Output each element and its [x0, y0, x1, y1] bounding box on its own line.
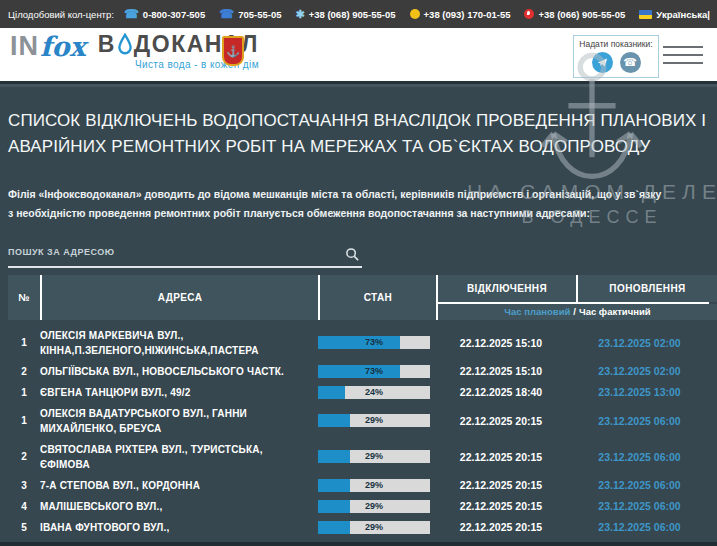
header-off: ВІДКЛЮЧЕННЯ: [438, 275, 576, 302]
progress-bar: 24%: [318, 386, 430, 399]
row-off-time: 22.12.2025 15:10: [432, 337, 570, 349]
progress-label: 73%: [318, 365, 430, 378]
kyivstar-icon: ✱: [295, 8, 304, 21]
planned-time-label: Час плановий: [504, 306, 570, 317]
row-num: 1: [8, 415, 40, 426]
phone-lifecell[interactable]: +38 (093) 170-01-55: [410, 9, 511, 20]
progress-label: 29%: [318, 521, 430, 534]
row-on-time: 23.12.2025 06:00: [570, 521, 709, 533]
submit-readings-label: Надати показники:: [574, 39, 658, 49]
phone-hotline[interactable]: ☎ 0-800-307-505: [124, 7, 205, 21]
row-num: 1: [8, 387, 40, 398]
odessa-emblem: ⚓: [222, 36, 244, 66]
bottom-strip: [0, 542, 717, 546]
progress-label: 29%: [318, 450, 430, 463]
table-row: 1 ЄВГЕНА ТАНЦЮРИ ВУЛ., 49/2 24% 22.12.20…: [8, 382, 709, 403]
progress-bar: 29%: [318, 521, 430, 534]
progress-bar: 29%: [318, 450, 430, 463]
row-num: 5: [8, 522, 40, 533]
site-header: IN fox В ДОКАНАЛ Чиста вода - в кожен ді…: [0, 28, 717, 84]
row-address: ОЛЬГІЇВСЬКА ВУЛ., НОВОСЕЛЬСЬКОГО ЧАСТК.: [40, 364, 316, 379]
viber-icon[interactable]: ☎: [620, 52, 641, 73]
row-address: СВЯТОСЛАВА РІХТЕРА ВУЛ., ТУРИСТСЬКА, ЄФІ…: [40, 442, 316, 472]
header-time-note: Час плановий / Час фактичний: [438, 304, 717, 320]
row-address: ОЛЕКСІЯ ВАДАТУРСЬКОГО ВУЛ., ГАННИ МИХАЙЛ…: [40, 406, 316, 436]
ukraine-flag-icon: [639, 10, 652, 19]
phone-kyivstar[interactable]: ✱ +38 (068) 905-55-05: [295, 8, 395, 21]
topbar: Цілодобовий кол-центр: ☎ 0-800-307-505 ☎…: [0, 0, 717, 28]
page: Цілодобовий кол-центр: ☎ 0-800-307-505 ☎…: [0, 0, 717, 546]
table-row: 5 ІВАНА ФУНТОВОГО ВУЛ., 29% 22.12.2025 2…: [8, 517, 709, 538]
water-drop-icon: [117, 33, 133, 55]
lang-ukrainian[interactable]: Українська|: [639, 9, 710, 20]
table-row: 4 МАЛІШЕВСЬКОГО ВУЛ., 29% 22.12.2025 20:…: [8, 496, 709, 517]
row-address: ОЛЕКСІЯ МАРКЕВИЧА ВУЛ., КІННА,П.ЗЕЛЕНОГО…: [40, 328, 316, 358]
row-num: 1: [8, 337, 40, 348]
row-off-time: 22.12.2025 20:15: [432, 451, 570, 463]
progress-label: 24%: [318, 386, 430, 399]
row-off-time: 22.12.2025 20:15: [432, 521, 570, 533]
row-off-time: 22.12.2025 18:40: [432, 386, 570, 398]
row-address: МАЛІШЕВСЬКОГО ВУЛ.,: [40, 499, 316, 514]
row-on-time: 23.12.2025 02:00: [570, 337, 709, 349]
search-icon[interactable]: [345, 247, 360, 262]
phone-number: +38 (068) 905-55-05: [309, 9, 396, 20]
progress-bar: 73%: [318, 336, 430, 349]
lang-label: Українська|: [656, 9, 710, 20]
phone-number: +38 (066) 905-55-05: [538, 9, 625, 20]
language-switcher: Українська| English: [639, 9, 717, 20]
table-row: 2 СВЯТОСЛАВА РІХТЕРА ВУЛ., ТУРИСТСЬКА, Є…: [8, 439, 709, 475]
intro-paragraph: Філія «Інфоксводоканал» доводить до відо…: [8, 185, 668, 224]
row-num: 4: [8, 501, 40, 512]
header-address: АДРЕСА: [42, 275, 318, 320]
phone-vodafone[interactable]: +38 (066) 905-55-05: [524, 9, 625, 20]
phone-number: 705-55-05: [238, 9, 281, 20]
logo-infox-in: IN: [10, 31, 39, 62]
progress-label: 29%: [318, 414, 430, 427]
subheader-separator: /: [573, 306, 576, 317]
table-row: 2 ОЛЬГІЇВСЬКА ВУЛ., НОВОСЕЛЬСЬКОГО ЧАСТК…: [8, 361, 709, 382]
row-on-time: 23.12.2025 02:00: [570, 365, 709, 377]
submit-readings-box: Надати показники: ☎: [573, 35, 659, 78]
header-num: №: [8, 275, 40, 320]
progress-bar: 29%: [318, 500, 430, 513]
progress-label: 29%: [318, 500, 430, 513]
header-on: ПОНОВЛЕННЯ: [578, 275, 717, 302]
row-off-time: 22.12.2025 15:10: [432, 365, 570, 377]
row-num: 2: [8, 366, 40, 377]
row-num: 2: [8, 451, 40, 462]
page-title: СПИСОК ВІДКЛЮЧЕНЬ ВОДОПОСТАЧАННЯ ВНАСЛІД…: [8, 108, 709, 161]
logo-infox-fox: fox: [40, 31, 86, 62]
search-placeholder: ПОШУК ЗА АДРЕСОЮ: [8, 247, 115, 257]
row-on-time: 23.12.2025 06:00: [570, 451, 709, 463]
address-search-input[interactable]: ПОШУК ЗА АДРЕСОЮ: [8, 237, 362, 268]
table-header: № АДРЕСА СТАН ВІДКЛЮЧЕННЯ ПОНОВЛЕННЯ Час…: [8, 275, 709, 320]
header-state: СТАН: [320, 275, 436, 320]
table-rows: 1 ОЛЕКСІЯ МАРКЕВИЧА ВУЛ., КІННА,П.ЗЕЛЕНО…: [8, 325, 709, 538]
phone-alt-icon: ☎: [219, 7, 234, 21]
vodafone-icon: [524, 9, 534, 19]
row-address: ІВАНА ФУНТОВОГО ВУЛ.,: [40, 520, 316, 535]
main-content: СПИСОК ВІДКЛЮЧЕНЬ ВОДОПОСТАЧАННЯ ВНАСЛІД…: [0, 84, 717, 546]
phone-number: 0-800-307-505: [143, 9, 205, 20]
menu-icon[interactable]: [663, 46, 703, 70]
progress-label: 29%: [318, 479, 430, 492]
row-on-time: 23.12.2025 13:00: [570, 386, 709, 398]
row-off-time: 22.12.2025 20:15: [432, 479, 570, 491]
progress-bar: 73%: [318, 365, 430, 378]
progress-bar: 29%: [318, 414, 430, 427]
table-row: 1 ОЛЕКСІЯ ВАДАТУРСЬКОГО ВУЛ., ГАННИ МИХА…: [8, 403, 709, 439]
phone-city[interactable]: ☎ 705-55-05: [219, 7, 281, 21]
lifecell-icon: [410, 9, 420, 19]
row-on-time: 23.12.2025 06:00: [570, 415, 709, 427]
row-on-time: 23.12.2025 06:00: [570, 500, 709, 512]
telegram-icon[interactable]: [592, 52, 613, 73]
phone-number: +38 (093) 170-01-55: [424, 9, 511, 20]
row-address: ЄВГЕНА ТАНЦЮРИ ВУЛ., 49/2: [40, 385, 316, 400]
phone-icon: ☎: [124, 7, 139, 21]
row-off-time: 22.12.2025 20:15: [432, 500, 570, 512]
progress-label: 73%: [318, 336, 430, 349]
table-row: 1 ОЛЕКСІЯ МАРКЕВИЧА ВУЛ., КІННА,П.ЗЕЛЕНО…: [8, 325, 709, 361]
table-row: 3 7-А СТЕПОВА ВУЛ., КОРДОННА 29% 22.12.2…: [8, 475, 709, 496]
row-num: 3: [8, 480, 40, 491]
